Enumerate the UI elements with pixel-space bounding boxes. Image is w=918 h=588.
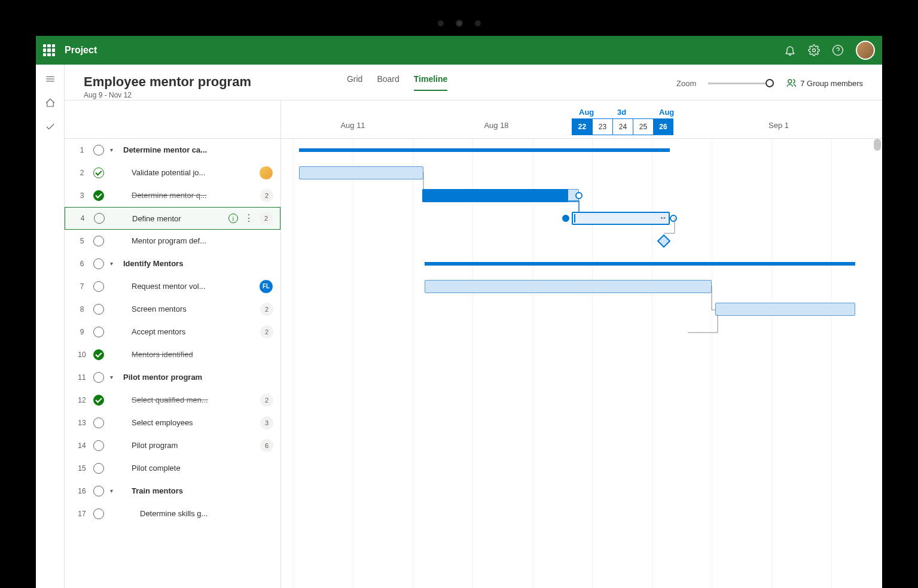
task-checkbox[interactable] [93,190,104,201]
timeline-header: Aug 11 Aug 18 Sep 1 Aug 3d Aug 22 23 24 … [281,100,882,139]
task-name[interactable]: Select employees [123,418,254,427]
help-icon[interactable] [832,44,844,56]
day-cell[interactable]: 22 [572,118,592,135]
assignee-avatar[interactable]: FL [259,279,273,294]
expand-chevron-icon[interactable]: ▾ [110,147,117,153]
task-checkbox[interactable] [93,395,104,406]
bar-start-handle[interactable] [562,215,569,222]
home-icon[interactable] [38,93,62,112]
task-index: 12 [77,396,87,404]
task-row[interactable]: 6▾Identify Mentors [65,252,280,275]
task-row[interactable]: 3Determine mentor q...2 [65,184,280,207]
task-row[interactable]: 10Mentors identified [65,343,280,366]
task-row[interactable]: 8Screen mentors2 [65,298,280,321]
task-name[interactable]: Mentors identified [123,350,273,359]
day-cell[interactable]: 24 [612,118,633,135]
view-tabs: Grid Board Timeline [347,74,447,92]
task-row[interactable]: 9Accept mentors2 [65,321,280,343]
vertical-scrollbar[interactable] [874,139,881,582]
notifications-icon[interactable] [784,44,796,56]
gantt-task-bar[interactable] [715,303,855,316]
task-checkbox[interactable] [93,508,104,519]
gantt-task-bar[interactable] [299,166,423,179]
settings-icon[interactable] [808,44,820,56]
task-checkbox[interactable] [93,372,104,383]
tab-board[interactable]: Board [377,74,399,91]
info-icon[interactable]: i [228,214,238,223]
task-name[interactable]: Pilot mentor program [123,373,273,382]
assignee-avatar[interactable] [259,166,273,180]
user-avatar[interactable] [856,41,875,60]
task-checkbox[interactable] [93,463,104,474]
task-checkbox[interactable] [93,304,104,315]
task-row[interactable]: 14Pilot program6 [65,434,280,457]
expand-chevron-icon[interactable]: ▾ [110,374,117,380]
task-name[interactable]: Select qualified men... [123,395,254,404]
task-name[interactable]: Screen mentors [123,304,254,313]
zoom-slider-thumb[interactable] [765,79,774,87]
gantt-summary-bar[interactable] [299,148,670,152]
task-row[interactable]: 17Determine skills g... [65,502,280,525]
task-name[interactable]: Validate potential jo... [123,168,253,177]
bar-end-handle[interactable] [575,192,582,199]
gantt-chart[interactable]: ↔ [281,139,882,588]
task-name[interactable]: Define mentor [124,214,222,223]
timeline-panel: Aug 11 Aug 18 Sep 1 Aug 3d Aug 22 23 24 … [281,100,882,588]
task-checkbox[interactable] [93,418,104,428]
app-launcher-icon[interactable] [43,44,55,56]
task-row[interactable]: 7Request mentor vol...FL [65,275,280,298]
task-name[interactable]: Determine skills g... [123,509,273,518]
tab-timeline[interactable]: Timeline [414,74,448,91]
task-name[interactable]: Identify Mentors [123,259,273,268]
task-name[interactable]: Pilot program [123,441,254,450]
highlight-month-right: Aug [659,108,674,117]
gantt-progress-bar[interactable] [422,189,568,202]
task-name[interactable]: Determine mentor q... [123,191,254,200]
task-row[interactable]: 5Mentor program def... [65,230,280,252]
task-row[interactable]: 1▾Determine mentor ca... [65,139,280,162]
task-row[interactable]: 11▾Pilot mentor program [65,366,280,389]
gantt-task-bar[interactable] [425,280,712,293]
checkmark-icon[interactable] [38,117,62,136]
task-checkbox[interactable] [93,258,104,269]
nav-rail [36,65,65,588]
expand-chevron-icon[interactable]: ▾ [110,260,117,267]
task-checkbox[interactable] [94,213,105,224]
task-name[interactable]: Accept mentors [123,327,254,336]
day-cell[interactable]: 26 [653,118,673,135]
gantt-milestone[interactable] [657,234,671,248]
zoom-slider[interactable] [708,83,774,84]
group-members-button[interactable]: 7 Group members [786,78,863,89]
task-checkbox[interactable] [93,486,104,496]
day-cell[interactable]: 25 [633,118,653,135]
gantt-task-bar-selected[interactable] [572,212,670,225]
task-row[interactable]: 16▾Train mentors [65,480,280,502]
task-checkbox[interactable] [93,281,104,292]
task-index: 5 [77,237,87,245]
task-checkbox[interactable] [93,236,104,246]
task-name[interactable]: Determine mentor ca... [123,145,273,154]
task-row[interactable]: 4Define mentori⋮2 [65,207,280,230]
task-checkbox[interactable] [93,327,104,337]
scrollbar-thumb[interactable] [874,139,881,151]
task-row[interactable]: 15Pilot complete [65,457,280,480]
menu-icon[interactable] [38,69,62,89]
task-checkbox[interactable] [93,145,104,156]
expand-chevron-icon[interactable]: ▾ [110,488,117,494]
app-header: Project [36,36,882,65]
tab-grid[interactable]: Grid [347,74,362,91]
task-checkbox[interactable] [93,167,104,178]
task-checkbox[interactable] [93,440,104,451]
gantt-summary-bar[interactable] [425,262,855,266]
task-name[interactable]: Train mentors [123,486,273,495]
task-name[interactable]: Mentor program def... [123,236,273,245]
task-checkbox[interactable] [93,349,104,360]
task-row[interactable]: 2Validate potential jo... [65,162,280,184]
task-name[interactable]: Request mentor vol... [123,282,253,291]
task-index: 2 [77,169,87,177]
more-options-icon[interactable]: ⋮ [244,214,254,223]
day-cell[interactable]: 23 [592,118,612,135]
task-name[interactable]: Pilot complete [123,464,273,473]
task-row[interactable]: 12Select qualified men...2 [65,389,280,412]
task-row[interactable]: 13Select employees3 [65,412,280,434]
